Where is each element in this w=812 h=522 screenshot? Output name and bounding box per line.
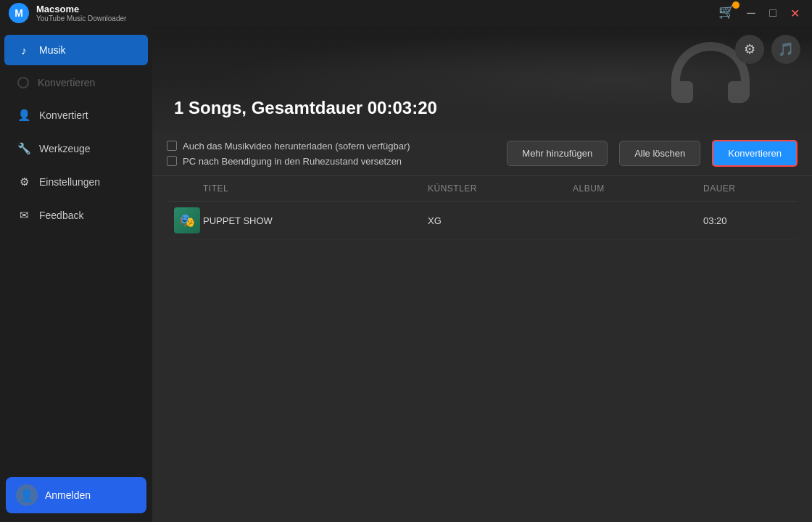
history-action-button[interactable]: 🎵 bbox=[771, 35, 800, 64]
konvertiert-icon: 👤 bbox=[17, 109, 30, 122]
sidebar: ♪ Musik Konvertieren 👤 Konvertiert 🔧 Wer… bbox=[0, 26, 152, 522]
sidebar-item-konvertieren: Konvertieren bbox=[4, 68, 148, 97]
checkbox-ruhezustand-label: PC nach Beendigung in den Ruhezustand ve… bbox=[183, 156, 402, 167]
sidebar-label-werkzeuge: Werkzeuge bbox=[39, 143, 91, 154]
close-button[interactable]: ✕ bbox=[786, 4, 803, 22]
einstellungen-icon: ⚙ bbox=[17, 175, 30, 188]
song-thumb-emoji: 🎭 bbox=[179, 212, 195, 228]
sidebar-item-musik[interactable]: ♪ Musik bbox=[4, 35, 148, 65]
song-artist: XG bbox=[428, 215, 573, 226]
minimize-button[interactable]: ─ bbox=[742, 4, 760, 22]
col-header-empty bbox=[174, 183, 203, 194]
sidebar-label-feedback: Feedback bbox=[39, 210, 83, 221]
col-header-kuenstler: KÜNSTLER bbox=[428, 183, 573, 194]
song-duration: 03:20 bbox=[703, 215, 790, 226]
col-header-album: ALBUM bbox=[573, 183, 703, 194]
table-area: TITEL KÜNSTLER ALBUM DAUER 🎭 PUPPET SHOW… bbox=[152, 176, 812, 522]
avatar: 👤 bbox=[16, 484, 38, 506]
song-thumbnail: 🎭 bbox=[174, 207, 200, 233]
cart-badge bbox=[732, 1, 740, 9]
song-title-cell: PUPPET SHOW bbox=[203, 215, 428, 226]
checkbox-ruhezustand[interactable]: PC nach Beendigung in den Ruhezustand ve… bbox=[167, 156, 495, 167]
sidebar-item-konvertiert[interactable]: 👤 Konvertiert bbox=[4, 100, 148, 130]
app-name: Macsome bbox=[36, 4, 126, 14]
app-subtitle: YouTube Music Downloader bbox=[36, 14, 126, 22]
top-bar-actions: ⚙ 🎵 bbox=[735, 35, 800, 64]
sidebar-bottom: 👤 Anmelden bbox=[0, 468, 152, 522]
app-logo: M bbox=[9, 3, 29, 23]
signin-button[interactable]: 👤 Anmelden bbox=[6, 477, 146, 513]
app-brand: M Macsome YouTube Music Downloader bbox=[9, 3, 126, 23]
musik-icon: ♪ bbox=[17, 44, 30, 57]
checkbox-musikvideo-label: Auch das Musikvideo herunterladen (sofer… bbox=[183, 141, 410, 152]
sidebar-item-einstellungen[interactable]: ⚙ Einstellungen bbox=[4, 167, 148, 197]
sidebar-item-werkzeuge[interactable]: 🔧 Werkzeuge bbox=[4, 133, 148, 164]
sidebar-label-konvertieren: Konvertieren bbox=[38, 77, 95, 88]
row-thumb-cell: 🎭 bbox=[174, 207, 203, 233]
app-name-block: Macsome YouTube Music Downloader bbox=[36, 4, 126, 22]
title-bar: M Macsome YouTube Music Downloader 🛒 ─ □… bbox=[0, 0, 812, 26]
signin-label: Anmelden bbox=[45, 489, 91, 501]
title-bar-controls: 🛒 ─ □ ✕ bbox=[718, 3, 803, 23]
checkbox-ruhezustand-box[interactable] bbox=[167, 156, 177, 166]
sidebar-item-feedback[interactable]: ✉ Feedback bbox=[4, 200, 148, 231]
sidebar-label-konvertiert: Konvertiert bbox=[39, 109, 88, 121]
main-layout: ♪ Musik Konvertieren 👤 Konvertiert 🔧 Wer… bbox=[0, 26, 812, 522]
sidebar-label-musik: Musik bbox=[39, 44, 66, 56]
delete-all-button[interactable]: Alle löschen bbox=[619, 141, 700, 166]
konvertieren-icon bbox=[17, 77, 29, 88]
settings-action-button[interactable]: ⚙ bbox=[735, 35, 764, 64]
banner-title: 1 Songs, Gesamtdauer 00:03:20 bbox=[174, 98, 437, 118]
song-title: PUPPET SHOW bbox=[203, 215, 273, 226]
convert-button[interactable]: Konvertieren bbox=[712, 140, 798, 167]
checkbox-musikvideo-box[interactable] bbox=[167, 141, 177, 151]
cart-button[interactable]: 🛒 bbox=[718, 3, 738, 23]
table-row[interactable]: 🎭 PUPPET SHOW XG 03:20 bbox=[167, 202, 798, 240]
checkbox-group: Auch das Musikvideo herunterladen (sofer… bbox=[167, 141, 495, 167]
sidebar-label-einstellungen: Einstellungen bbox=[39, 176, 100, 188]
col-header-dauer: DAUER bbox=[703, 183, 790, 194]
top-banner: ⚙ 🎵 1 Songs, Gesamtdauer 00:03:20 bbox=[152, 26, 812, 131]
content-area: ⚙ 🎵 1 Songs, Gesamtdauer 00:03:20 Auch d… bbox=[152, 26, 812, 522]
table-header: TITEL KÜNSTLER ALBUM DAUER bbox=[167, 176, 798, 202]
add-more-button[interactable]: Mehr hinzufügen bbox=[507, 141, 608, 166]
col-header-titel: TITEL bbox=[203, 183, 428, 194]
checkbox-musikvideo[interactable]: Auch das Musikvideo herunterladen (sofer… bbox=[167, 141, 495, 152]
feedback-icon: ✉ bbox=[17, 209, 30, 222]
werkzeuge-icon: 🔧 bbox=[17, 142, 30, 155]
maximize-button[interactable]: □ bbox=[764, 4, 782, 22]
controls-bar: Auch das Musikvideo herunterladen (sofer… bbox=[152, 131, 812, 176]
